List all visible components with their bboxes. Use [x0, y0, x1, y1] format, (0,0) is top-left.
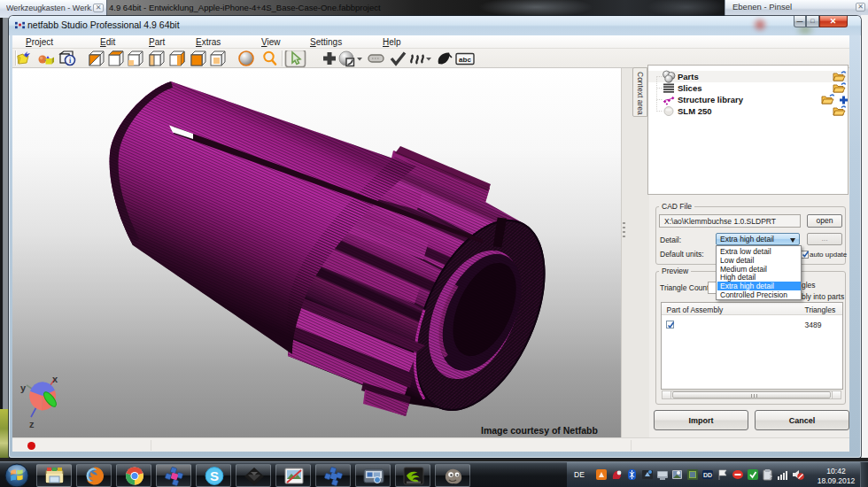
svg-text:x: x [52, 374, 58, 384]
svg-text:S: S [210, 468, 219, 483]
svg-text:y: y [20, 383, 27, 393]
svg-text:Structure library: Structure library [678, 95, 744, 104]
svg-text:SLM 250: SLM 250 [678, 106, 712, 116]
svg-text:Parts: Parts [678, 72, 699, 81]
svg-text:abc: abc [459, 55, 471, 63]
svg-text:DD: DD [703, 472, 712, 478]
svg-text:z: z [29, 419, 35, 429]
svg-text:Slices: Slices [678, 83, 701, 93]
